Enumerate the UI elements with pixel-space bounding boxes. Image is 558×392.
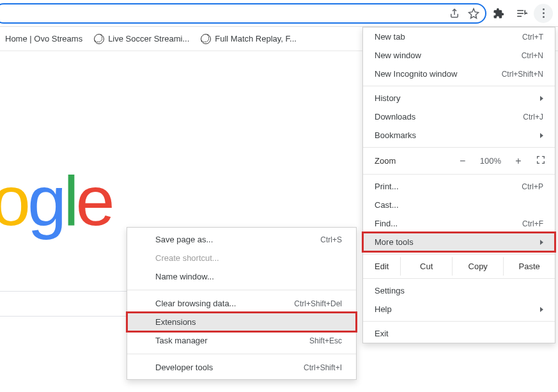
menu-shortcut: Ctrl+N [522, 51, 543, 60]
menu-shortcut: Ctrl+P [522, 182, 543, 191]
menu-label: Help [375, 304, 392, 314]
menu-bookmarks[interactable]: Bookmarks [363, 126, 555, 145]
submenu-create-shortcut: Create shortcut... [127, 249, 356, 267]
menu-new-window[interactable]: New window Ctrl+N [363, 46, 555, 65]
submenu-name-window[interactable]: Name window... [127, 267, 356, 286]
menu-shortcut: Ctrl+J [523, 113, 543, 122]
fullscreen-icon[interactable] [536, 155, 546, 167]
submenu-developer-tools[interactable]: Developer tools Ctrl+Shift+I [127, 358, 356, 377]
menu-label: Settings [375, 286, 405, 295]
soccer-icon [201, 34, 211, 44]
menu-history[interactable]: History [363, 89, 555, 107]
menu-label: Exit [375, 329, 389, 338]
soccer-icon [94, 34, 104, 44]
menu-label: Edit [363, 257, 400, 276]
menu-exit[interactable]: Exit [363, 324, 555, 343]
menu-label: Downloads [375, 112, 415, 122]
menu-label: New Incognito window [375, 69, 457, 79]
submenu-label: Create shortcut... [155, 253, 219, 263]
submenu-clear-browsing-data[interactable]: Clear browsing data... Ctrl+Shift+Del [127, 294, 356, 313]
extensions-icon[interactable] [493, 8, 504, 19]
zoom-out-button[interactable]: − [457, 155, 469, 167]
submenu-shortcut: Ctrl+Shift+Del [294, 299, 342, 308]
submenu-label: Task manager [155, 336, 208, 345]
menu-shortcut: Ctrl+F [522, 219, 543, 228]
bookmark-label: Full Match Replay, F... [215, 34, 297, 43]
omnibox[interactable] [0, 3, 486, 24]
submenu-label: Name window... [155, 272, 214, 281]
edit-paste-button[interactable]: Paste [503, 257, 555, 276]
zoom-in-button[interactable]: + [513, 155, 524, 167]
reading-list-icon[interactable] [516, 8, 527, 19]
bookmark-label: Home | Ovo Streams [5, 34, 82, 43]
menu-zoom: Zoom − 100% + [363, 150, 555, 171]
menu-label: Zoom [375, 156, 396, 166]
submenu-separator [127, 290, 356, 290]
submenu-task-manager[interactable]: Task manager Shift+Esc [127, 331, 356, 350]
google-logo: Google [0, 160, 112, 241]
menu-label: Cast... [375, 200, 399, 210]
edit-copy-button[interactable]: Copy [452, 257, 504, 276]
submenu-label: Clear browsing data... [155, 299, 236, 308]
chrome-main-menu: New tab Ctrl+T New window Ctrl+N New Inc… [362, 27, 555, 343]
menu-separator [363, 86, 555, 86]
submenu-label: Extensions [155, 317, 196, 327]
menu-shortcut: Ctrl+Shift+N [502, 70, 543, 79]
submenu-extensions[interactable]: Extensions [127, 313, 356, 331]
menu-print[interactable]: Print... Ctrl+P [363, 177, 555, 196]
bookmark-label: Live Soccer Streami... [108, 34, 189, 43]
menu-edit-row: Edit Cut Copy Paste [363, 257, 555, 276]
zoom-value: 100% [480, 156, 501, 166]
menu-incognito[interactable]: New Incognito window Ctrl+Shift+N [363, 65, 555, 83]
submenu-shortcut: Shift+Esc [309, 336, 342, 345]
bookmark-item[interactable]: Home | Ovo Streams [5, 34, 82, 43]
menu-more-tools[interactable]: More tools [363, 233, 555, 251]
address-bar [0, 0, 558, 27]
menu-downloads[interactable]: Downloads Ctrl+J [363, 107, 555, 126]
bookmark-item[interactable]: Live Soccer Streami... [94, 34, 189, 44]
menu-label: Bookmarks [375, 130, 416, 140]
menu-find[interactable]: Find... Ctrl+F [363, 214, 555, 233]
menu-cast[interactable]: Cast... [363, 196, 555, 214]
share-icon[interactable] [448, 7, 461, 20]
menu-label: New tab [375, 32, 405, 42]
submenu-save-page-as[interactable]: Save page as... Ctrl+S [127, 230, 356, 249]
menu-separator [363, 321, 555, 322]
submenu-separator [127, 354, 356, 354]
search-field-edge[interactable] [0, 291, 128, 317]
menu-separator [363, 278, 555, 279]
more-tools-submenu: Save page as... Ctrl+S Create shortcut..… [127, 227, 357, 380]
menu-help[interactable]: Help [363, 300, 555, 318]
submenu-shortcut: Ctrl+Shift+I [304, 363, 342, 372]
menu-label: Find... [375, 219, 398, 228]
toolbar-icons [486, 8, 534, 19]
kebab-menu-button[interactable] [534, 4, 553, 23]
submenu-label: Save page as... [155, 235, 213, 244]
menu-separator [363, 147, 555, 148]
menu-label: Print... [375, 182, 399, 191]
edit-cut-button[interactable]: Cut [400, 257, 452, 276]
bookmark-item[interactable]: Full Match Replay, F... [201, 34, 297, 44]
menu-label: New window [375, 51, 421, 60]
menu-shortcut: Ctrl+T [522, 33, 543, 42]
menu-label: History [375, 93, 400, 103]
menu-settings[interactable]: Settings [363, 281, 555, 300]
submenu-shortcut: Ctrl+S [320, 235, 342, 244]
star-icon[interactable] [467, 7, 480, 20]
menu-separator [363, 254, 555, 255]
menu-new-tab[interactable]: New tab Ctrl+T [363, 27, 555, 46]
menu-separator [363, 174, 555, 175]
submenu-label: Developer tools [155, 363, 213, 372]
menu-label: More tools [375, 237, 414, 247]
